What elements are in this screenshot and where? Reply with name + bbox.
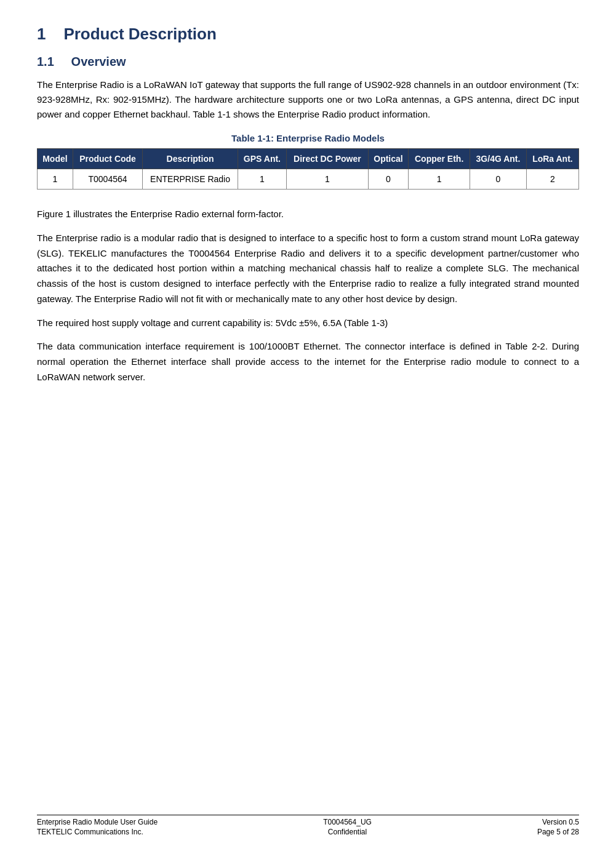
table-caption: Table 1-1: Enterprise Radio Models bbox=[37, 133, 579, 143]
footer-center: T0004564_UG Confidential bbox=[323, 818, 372, 836]
footer-right: Version 0.5 Page 5 of 28 bbox=[537, 818, 579, 836]
footer-right-line2: Page 5 of 28 bbox=[537, 828, 579, 836]
page-footer: Enterprise Radio Module User Guide TEKTE… bbox=[37, 815, 579, 836]
section-number: 1.1 bbox=[37, 55, 54, 68]
footer-center-line2: Confidential bbox=[323, 828, 372, 836]
body-paragraph-3: The required host supply voltage and cur… bbox=[37, 316, 579, 331]
table-cell: T0004564 bbox=[73, 169, 142, 190]
heading-number: 1 bbox=[37, 25, 46, 43]
col-lora-ant: LoRa Ant. bbox=[526, 149, 578, 169]
col-direct-dc-power: Direct DC Power bbox=[287, 149, 369, 169]
col-product-code: Product Code bbox=[73, 149, 142, 169]
footer-left-line2: TEKTELIC Communications Inc. bbox=[37, 828, 158, 836]
table-cell: 1 bbox=[287, 169, 369, 190]
footer-left: Enterprise Radio Module User Guide TEKTE… bbox=[37, 818, 158, 836]
footer-left-line1: Enterprise Radio Module User Guide bbox=[37, 818, 158, 826]
table-cell: 2 bbox=[526, 169, 578, 190]
overview-paragraph: The Enterprise Radio is a LoRaWAN IoT ga… bbox=[37, 78, 579, 122]
table-cell: ENTERPRISE Radio bbox=[143, 169, 238, 190]
section-heading: 1.1 Overview bbox=[37, 55, 579, 69]
table-cell: 1 bbox=[409, 169, 470, 190]
table-header-row: Model Product Code Description GPS Ant. … bbox=[38, 149, 579, 169]
table-cell: 1 bbox=[38, 169, 73, 190]
footer-right-line1: Version 0.5 bbox=[537, 818, 579, 826]
col-model: Model bbox=[38, 149, 73, 169]
body-paragraph-4: The data communication interface require… bbox=[37, 339, 579, 385]
col-gps-ant: GPS Ant. bbox=[238, 149, 286, 169]
table-cell: 0 bbox=[470, 169, 527, 190]
col-optical: Optical bbox=[368, 149, 408, 169]
body-paragraph-1: Figure 1 illustrates the Enterprise Radi… bbox=[37, 207, 579, 222]
section-title: Overview bbox=[71, 55, 126, 68]
col-copper-eth: Copper Eth. bbox=[409, 149, 470, 169]
body-paragraph-2: The Enterprise radio is a modular radio … bbox=[37, 231, 579, 307]
table-row: 1T0004564ENTERPRISE Radio110102 bbox=[38, 169, 579, 190]
table-cell: 1 bbox=[238, 169, 286, 190]
col-description: Description bbox=[143, 149, 238, 169]
footer-center-line1: T0004564_UG bbox=[323, 818, 372, 826]
enterprise-radio-models-table: Model Product Code Description GPS Ant. … bbox=[37, 148, 579, 190]
page-heading: 1 Product Description bbox=[37, 25, 579, 44]
table-cell: 0 bbox=[368, 169, 408, 190]
heading-title: Product Description bbox=[63, 25, 216, 43]
col-3g4g-ant: 3G/4G Ant. bbox=[470, 149, 527, 169]
